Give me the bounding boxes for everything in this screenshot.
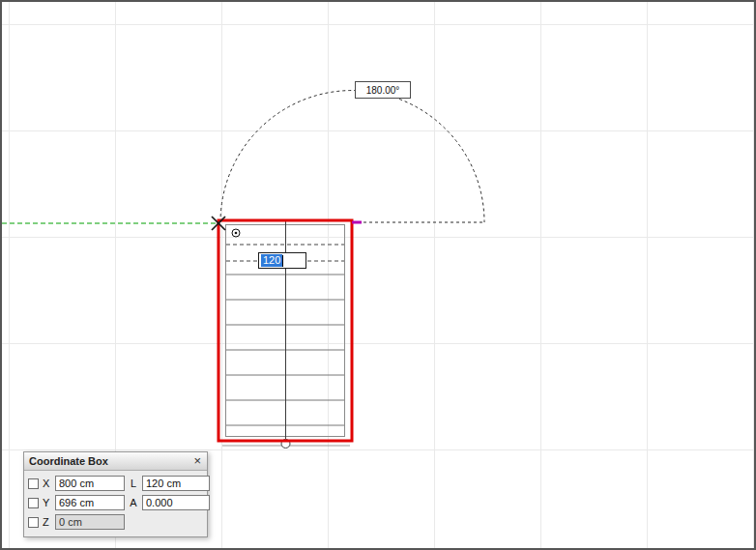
x-value-field[interactable]	[55, 476, 125, 491]
angle-value-field[interactable]	[142, 495, 210, 510]
app-window: 180.00° 120 Coordinate Box × X L Y A	[0, 0, 756, 550]
angle-arc	[220, 91, 484, 222]
y-value-field[interactable]	[55, 495, 125, 510]
dimension-edit-box[interactable]: 120	[258, 252, 306, 269]
length-value-field[interactable]	[142, 476, 210, 491]
coordinate-row-y: Y A	[28, 493, 203, 512]
coordinate-row-x: X L	[28, 474, 203, 493]
length-label: L	[126, 478, 141, 489]
angle-label-a: A	[126, 497, 141, 508]
origin-marker-icon	[232, 229, 240, 237]
lock-z-checkbox[interactable]	[28, 517, 39, 528]
axis-label-y: Y	[43, 497, 54, 508]
angle-readout: 180.00°	[355, 81, 411, 99]
palette-body: X L Y A Z	[24, 471, 207, 536]
coordinate-row-z: Z	[28, 512, 203, 532]
palette-titlebar[interactable]: Coordinate Box ×	[24, 452, 207, 471]
lock-x-checkbox[interactable]	[28, 478, 39, 489]
lock-y-checkbox[interactable]	[28, 498, 39, 508]
axis-label-x: X	[43, 478, 54, 489]
dimension-edit-value: 120	[261, 254, 282, 267]
palette-title-text: Coordinate Box	[29, 455, 108, 467]
z-value-field[interactable]	[55, 514, 125, 530]
text-caret	[282, 255, 283, 267]
close-icon[interactable]: ×	[192, 455, 202, 467]
coordinate-box-palette: Coordinate Box × X L Y A Z	[23, 451, 208, 537]
axis-label-z: Z	[43, 516, 54, 528]
